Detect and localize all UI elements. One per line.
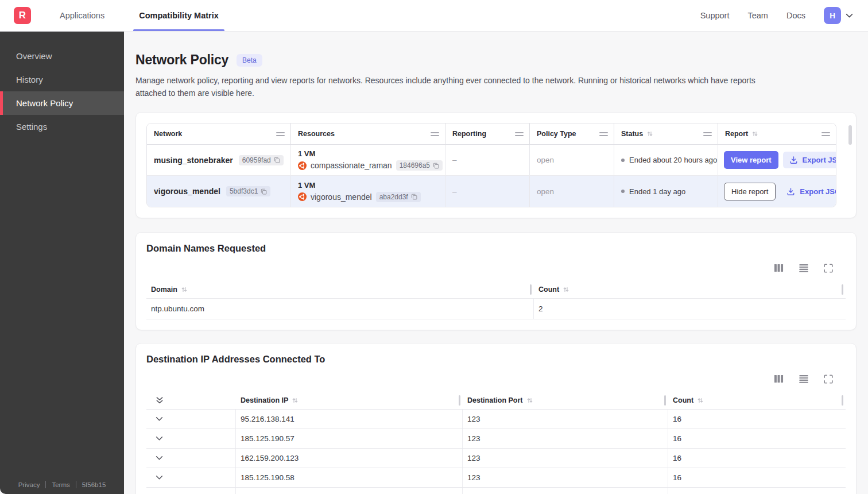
row-expander[interactable] (146, 488, 236, 494)
brand-logo[interactable]: R (14, 7, 31, 24)
count-cell: 16 (668, 468, 846, 487)
domain-row: ntp.ubuntu.com 2 (146, 298, 846, 319)
beta-badge: Beta (237, 54, 262, 67)
column-label: Resources (298, 130, 335, 138)
privacy-link[interactable]: Privacy (18, 481, 40, 488)
copy-icon[interactable] (433, 163, 439, 169)
tab-compatibility-matrix[interactable]: Compatibility Matrix (133, 0, 224, 31)
ubuntu-icon (298, 192, 307, 201)
double-chevron-down-icon[interactable] (156, 396, 164, 404)
download-icon (789, 156, 798, 164)
row-expander[interactable] (146, 410, 236, 429)
column-header-report[interactable]: Report (718, 124, 836, 144)
sidebar-item-settings[interactable]: Settings (0, 115, 124, 138)
sidebar-item-history[interactable]: History (0, 68, 124, 91)
rows-icon[interactable] (799, 374, 809, 384)
export-json-button[interactable]: Export JSON (780, 183, 836, 200)
network-row: musing_stonebraker 60959fad 1 VM (147, 145, 836, 176)
page-description: Manage network policy, reporting and vie… (135, 75, 770, 99)
column-header-status[interactable]: Status (614, 124, 718, 144)
destination-row: 95.216.100.21 123 16 (146, 487, 846, 494)
terms-link[interactable]: Terms (52, 481, 69, 488)
sort-icon[interactable] (292, 397, 299, 404)
chevron-down-icon[interactable] (846, 13, 853, 18)
destination-port-cell: 123 (463, 488, 668, 494)
nav-link-team[interactable]: Team (747, 11, 768, 20)
network-name-cell: vigorous_mendel 5bdf3dc1 (147, 176, 291, 207)
column-header-count[interactable]: Count (668, 392, 846, 409)
column-drag-handle[interactable] (599, 132, 608, 136)
fullscreen-icon[interactable] (824, 375, 833, 384)
copy-icon[interactable] (274, 157, 280, 163)
columns-icon[interactable] (774, 263, 784, 273)
copy-icon[interactable] (411, 194, 417, 200)
domain-cell: ntp.ubuntu.com (146, 299, 534, 319)
copy-icon[interactable] (261, 188, 267, 195)
sort-icon[interactable] (751, 130, 758, 137)
column-label: Policy Type (537, 130, 576, 138)
policy-type-cell: open (530, 176, 614, 207)
sort-icon[interactable] (526, 397, 533, 404)
column-drag-handle[interactable] (431, 132, 439, 136)
sort-icon[interactable] (646, 130, 653, 137)
resource-id-badge: aba2dd3f (376, 192, 421, 202)
sidebar-item-overview[interactable]: Overview (0, 44, 124, 68)
navbar-right: Support Team Docs H (700, 7, 853, 24)
row-expander[interactable] (146, 429, 236, 448)
column-drag-handle[interactable] (703, 132, 712, 136)
status-text: Ended 1 day ago (629, 187, 685, 196)
column-header-reporting[interactable]: Reporting (445, 124, 530, 144)
sort-icon[interactable] (697, 397, 704, 404)
destination-port-cell: 123 (463, 429, 668, 448)
navbar-left: R Applications Compatibility Matrix (0, 0, 224, 31)
footer-separator (45, 481, 46, 488)
column-drag-handle[interactable] (276, 132, 285, 136)
hide-report-button[interactable]: Hide report (724, 183, 776, 200)
column-header-destination-port[interactable]: Destination Port (463, 392, 668, 409)
nav-link-docs[interactable]: Docs (786, 11, 805, 20)
sort-icon[interactable] (563, 286, 569, 293)
column-header-destination-ip[interactable]: Destination IP (236, 392, 463, 409)
column-drag-handle[interactable] (515, 132, 524, 136)
user-menu[interactable]: H (824, 7, 853, 24)
report-cell: View report Export JSON (718, 145, 836, 175)
columns-icon[interactable] (774, 374, 784, 384)
column-header-count[interactable]: Count (534, 281, 846, 298)
networks-card: Network Resources Reporting (135, 112, 857, 218)
row-expander[interactable] (146, 449, 236, 468)
view-report-button[interactable]: View report (724, 151, 778, 169)
column-header-resources[interactable]: Resources (291, 124, 445, 144)
vm-count: 1 VM (298, 181, 315, 190)
column-resize-handle[interactable] (530, 284, 532, 295)
column-resize-handle[interactable] (842, 395, 843, 406)
count-cell: 2 (534, 299, 846, 319)
resources-cell: 1 VM compassionate_raman 184696a5 (291, 145, 445, 175)
destination-row: 162.159.200.123 123 16 (146, 448, 846, 468)
column-resize-handle[interactable] (459, 395, 460, 406)
destinations-table-header: Destination IP Destination Port (146, 392, 846, 409)
column-label: Network (154, 130, 182, 138)
column-resize-handle[interactable] (842, 284, 843, 295)
destination-row: 95.216.138.141 123 16 (146, 409, 846, 429)
status-cell: Ended about 20 hours ago (614, 145, 718, 175)
table-scrollbar[interactable] (848, 125, 852, 145)
destination-ip-cell: 95.216.100.21 (236, 488, 463, 494)
export-json-button[interactable]: Export JSON (783, 152, 836, 168)
sort-icon[interactable] (181, 286, 188, 293)
fullscreen-icon[interactable] (824, 264, 833, 273)
rows-icon[interactable] (799, 263, 809, 273)
tab-applications[interactable]: Applications (54, 0, 110, 31)
column-resize-handle[interactable] (664, 395, 666, 406)
nav-link-support[interactable]: Support (700, 11, 730, 20)
avatar[interactable]: H (824, 7, 841, 24)
status-dot (621, 159, 625, 162)
main-content: Network Policy Beta Manage network polic… (124, 32, 868, 494)
row-expander[interactable] (146, 468, 236, 487)
column-header-domain[interactable]: Domain (146, 281, 534, 298)
download-icon (786, 187, 795, 196)
column-header-policy-type[interactable]: Policy Type (530, 124, 614, 144)
sidebar-item-network-policy[interactable]: Network Policy (0, 91, 124, 115)
column-header-network[interactable]: Network (147, 124, 291, 144)
column-drag-handle[interactable] (822, 132, 830, 136)
card-title: Destination IP Addresses Connected To (146, 354, 846, 365)
